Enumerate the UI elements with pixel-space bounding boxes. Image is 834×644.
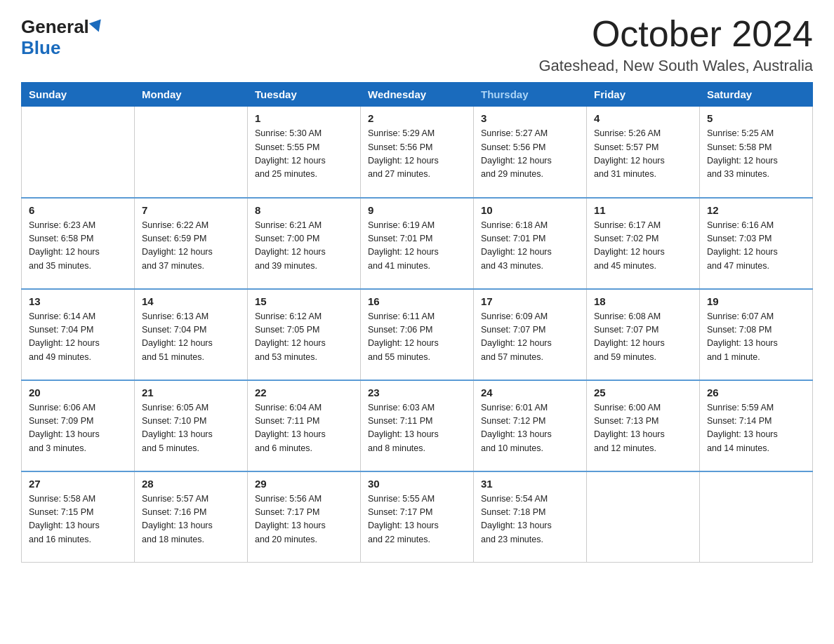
- calendar-cell: 9Sunrise: 6:19 AMSunset: 7:01 PMDaylight…: [361, 198, 474, 289]
- day-info: Sunrise: 5:25 AMSunset: 5:58 PMDaylight:…: [707, 127, 805, 182]
- calendar-cell: 17Sunrise: 6:09 AMSunset: 7:07 PMDayligh…: [474, 289, 587, 380]
- header-thursday: Thursday: [474, 83, 587, 107]
- day-number: 8: [255, 204, 353, 216]
- day-info: Sunrise: 6:07 AMSunset: 7:08 PMDaylight:…: [707, 310, 805, 365]
- day-info: Sunrise: 5:29 AMSunset: 5:56 PMDaylight:…: [368, 127, 466, 182]
- calendar-cell: 6Sunrise: 6:23 AMSunset: 6:58 PMDaylight…: [22, 198, 135, 289]
- header-sunday: Sunday: [22, 83, 135, 107]
- day-info: Sunrise: 6:01 AMSunset: 7:12 PMDaylight:…: [481, 401, 579, 456]
- calendar-cell: 23Sunrise: 6:03 AMSunset: 7:11 PMDayligh…: [361, 380, 474, 471]
- month-title: October 2024: [539, 14, 814, 54]
- calendar-week-row: 6Sunrise: 6:23 AMSunset: 6:58 PMDaylight…: [22, 198, 813, 289]
- day-number: 26: [707, 387, 805, 398]
- day-number: 27: [29, 478, 127, 490]
- day-number: 1: [255, 112, 353, 124]
- day-number: 28: [142, 478, 240, 490]
- day-number: 23: [368, 387, 466, 398]
- day-number: 22: [255, 387, 353, 398]
- day-number: 2: [368, 112, 466, 124]
- calendar-cell: 19Sunrise: 6:07 AMSunset: 7:08 PMDayligh…: [700, 289, 813, 380]
- calendar-cell: [700, 471, 813, 563]
- calendar-cell: 12Sunrise: 6:16 AMSunset: 7:03 PMDayligh…: [700, 198, 813, 289]
- day-info: Sunrise: 6:13 AMSunset: 7:04 PMDaylight:…: [142, 310, 240, 365]
- day-info: Sunrise: 6:00 AMSunset: 7:13 PMDaylight:…: [594, 401, 692, 456]
- day-number: 7: [142, 204, 240, 216]
- header-saturday: Saturday: [700, 83, 813, 107]
- day-number: 5: [707, 112, 805, 124]
- day-info: Sunrise: 6:23 AMSunset: 6:58 PMDaylight:…: [29, 219, 127, 274]
- calendar-week-row: 1Sunrise: 5:30 AMSunset: 5:55 PMDaylight…: [22, 107, 813, 198]
- day-number: 13: [29, 295, 127, 307]
- header-friday: Friday: [587, 83, 700, 107]
- calendar-week-row: 27Sunrise: 5:58 AMSunset: 7:15 PMDayligh…: [22, 471, 813, 563]
- day-info: Sunrise: 5:30 AMSunset: 5:55 PMDaylight:…: [255, 127, 353, 182]
- day-info: Sunrise: 6:14 AMSunset: 7:04 PMDaylight:…: [29, 310, 127, 365]
- calendar-cell: 20Sunrise: 6:06 AMSunset: 7:09 PMDayligh…: [22, 380, 135, 471]
- calendar-cell: 24Sunrise: 6:01 AMSunset: 7:12 PMDayligh…: [474, 380, 587, 471]
- calendar-cell: 3Sunrise: 5:27 AMSunset: 5:56 PMDaylight…: [474, 107, 587, 198]
- calendar-cell: [587, 471, 700, 563]
- day-number: 17: [481, 295, 579, 307]
- day-info: Sunrise: 6:03 AMSunset: 7:11 PMDaylight:…: [368, 401, 466, 456]
- calendar-cell: 25Sunrise: 6:00 AMSunset: 7:13 PMDayligh…: [587, 380, 700, 471]
- calendar-cell: 29Sunrise: 5:56 AMSunset: 7:17 PMDayligh…: [248, 471, 361, 563]
- calendar-cell: 2Sunrise: 5:29 AMSunset: 5:56 PMDaylight…: [361, 107, 474, 198]
- day-info: Sunrise: 6:05 AMSunset: 7:10 PMDaylight:…: [142, 401, 240, 456]
- calendar-cell: 10Sunrise: 6:18 AMSunset: 7:01 PMDayligh…: [474, 198, 587, 289]
- header-monday: Monday: [135, 83, 248, 107]
- day-number: 21: [142, 387, 240, 398]
- day-info: Sunrise: 5:57 AMSunset: 7:16 PMDaylight:…: [142, 492, 240, 547]
- calendar-cell: 31Sunrise: 5:54 AMSunset: 7:18 PMDayligh…: [474, 471, 587, 563]
- day-number: 30: [368, 478, 466, 490]
- calendar-week-row: 20Sunrise: 6:06 AMSunset: 7:09 PMDayligh…: [22, 380, 813, 471]
- day-number: 20: [29, 387, 127, 398]
- day-info: Sunrise: 5:58 AMSunset: 7:15 PMDaylight:…: [29, 492, 127, 547]
- calendar-cell: 11Sunrise: 6:17 AMSunset: 7:02 PMDayligh…: [587, 198, 700, 289]
- calendar-cell: 16Sunrise: 6:11 AMSunset: 7:06 PMDayligh…: [361, 289, 474, 380]
- calendar-cell: 4Sunrise: 5:26 AMSunset: 5:57 PMDaylight…: [587, 107, 700, 198]
- logo-general-text: General: [21, 17, 89, 37]
- day-number: 14: [142, 295, 240, 307]
- day-number: 10: [481, 204, 579, 216]
- calendar-cell: 7Sunrise: 6:22 AMSunset: 6:59 PMDaylight…: [135, 198, 248, 289]
- calendar-cell: 18Sunrise: 6:08 AMSunset: 7:07 PMDayligh…: [587, 289, 700, 380]
- day-info: Sunrise: 6:09 AMSunset: 7:07 PMDaylight:…: [481, 310, 579, 365]
- calendar-cell: 8Sunrise: 6:21 AMSunset: 7:00 PMDaylight…: [248, 198, 361, 289]
- day-number: 25: [594, 387, 692, 398]
- day-number: 3: [481, 112, 579, 124]
- calendar-cell: 5Sunrise: 5:25 AMSunset: 5:58 PMDaylight…: [700, 107, 813, 198]
- day-info: Sunrise: 6:11 AMSunset: 7:06 PMDaylight:…: [368, 310, 466, 365]
- day-number: 4: [594, 112, 692, 124]
- day-info: Sunrise: 5:56 AMSunset: 7:17 PMDaylight:…: [255, 492, 353, 547]
- day-info: Sunrise: 6:12 AMSunset: 7:05 PMDaylight:…: [255, 310, 353, 365]
- day-info: Sunrise: 5:26 AMSunset: 5:57 PMDaylight:…: [594, 127, 692, 182]
- calendar-table: SundayMondayTuesdayWednesdayThursdayFrid…: [21, 82, 813, 563]
- calendar-week-row: 13Sunrise: 6:14 AMSunset: 7:04 PMDayligh…: [22, 289, 813, 380]
- title-area: October 2024 Gateshead, New South Wales,…: [539, 14, 814, 75]
- location-title: Gateshead, New South Wales, Australia: [539, 57, 814, 75]
- logo: General Blue: [21, 14, 103, 59]
- logo-blue-text: Blue: [21, 37, 60, 59]
- day-info: Sunrise: 6:08 AMSunset: 7:07 PMDaylight:…: [594, 310, 692, 365]
- calendar-cell: 15Sunrise: 6:12 AMSunset: 7:05 PMDayligh…: [248, 289, 361, 380]
- calendar-cell: 26Sunrise: 5:59 AMSunset: 7:14 PMDayligh…: [700, 380, 813, 471]
- day-info: Sunrise: 5:55 AMSunset: 7:17 PMDaylight:…: [368, 492, 466, 547]
- day-info: Sunrise: 5:54 AMSunset: 7:18 PMDaylight:…: [481, 492, 579, 547]
- day-number: 6: [29, 204, 127, 216]
- day-number: 31: [481, 478, 579, 490]
- day-number: 15: [255, 295, 353, 307]
- calendar-cell: 28Sunrise: 5:57 AMSunset: 7:16 PMDayligh…: [135, 471, 248, 563]
- day-number: 18: [594, 295, 692, 307]
- day-info: Sunrise: 6:18 AMSunset: 7:01 PMDaylight:…: [481, 219, 579, 274]
- day-number: 19: [707, 295, 805, 307]
- day-info: Sunrise: 6:19 AMSunset: 7:01 PMDaylight:…: [368, 219, 466, 274]
- calendar-cell: 14Sunrise: 6:13 AMSunset: 7:04 PMDayligh…: [135, 289, 248, 380]
- header-tuesday: Tuesday: [248, 83, 361, 107]
- header-wednesday: Wednesday: [361, 83, 474, 107]
- day-info: Sunrise: 6:21 AMSunset: 7:00 PMDaylight:…: [255, 219, 353, 274]
- day-info: Sunrise: 6:06 AMSunset: 7:09 PMDaylight:…: [29, 401, 127, 456]
- day-number: 12: [707, 204, 805, 216]
- day-info: Sunrise: 6:04 AMSunset: 7:11 PMDaylight:…: [255, 401, 353, 456]
- day-number: 24: [481, 387, 579, 398]
- calendar-cell: 21Sunrise: 6:05 AMSunset: 7:10 PMDayligh…: [135, 380, 248, 471]
